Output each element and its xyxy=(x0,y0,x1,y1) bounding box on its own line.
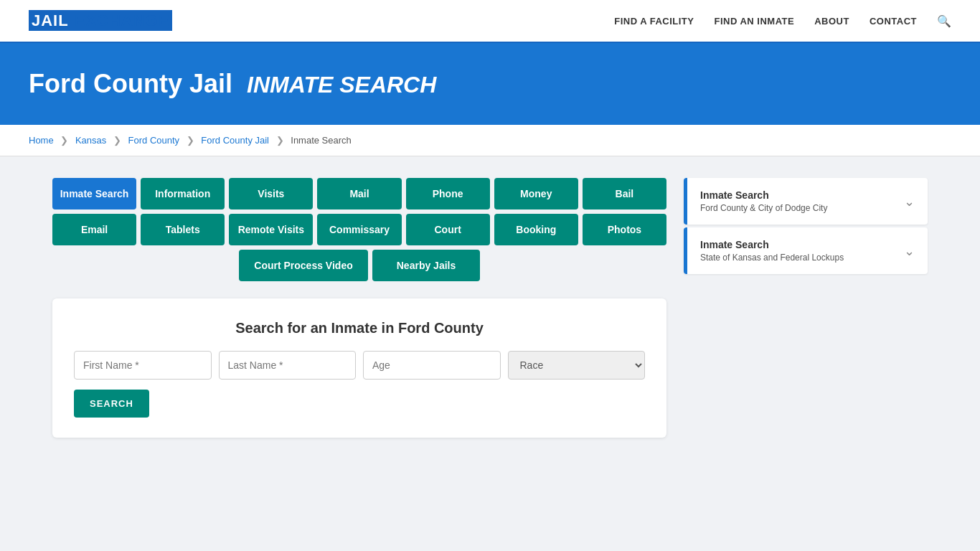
sidebar-card-2: Inmate Search State of Kansas and Federa… xyxy=(684,227,928,274)
search-button[interactable]: SEARCH xyxy=(74,390,149,418)
btn-inmate-search[interactable]: Inmate Search xyxy=(52,178,136,209)
search-form-title: Search for an Inmate in Ford County xyxy=(74,320,645,336)
breadcrumb-current: Inmate Search xyxy=(291,135,352,146)
page-title: Ford County Jail INMATE SEARCH xyxy=(29,69,951,99)
btn-money[interactable]: Money xyxy=(494,178,578,209)
right-column: Inmate Search Ford County & City of Dodg… xyxy=(684,178,928,438)
sidebar-card-1: Inmate Search Ford County & City of Dodg… xyxy=(684,178,928,225)
search-icon[interactable]: 🔍 xyxy=(937,14,951,28)
btn-booking[interactable]: Booking xyxy=(494,214,578,245)
site-logo[interactable]: JAILEXCHANGE xyxy=(29,11,172,30)
inmate-search-form: Search for an Inmate in Ford County Race… xyxy=(52,298,666,438)
sidebar-card-1-text: Inmate Search Ford County & City of Dodg… xyxy=(700,189,827,213)
btn-court-process-video[interactable]: Court Process Video xyxy=(239,250,368,281)
sidebar-card-2-subtitle: State of Kansas and Federal Lockups xyxy=(700,253,844,263)
breadcrumb-ford-county[interactable]: Ford County xyxy=(128,135,180,146)
main-content: Inmate Search Information Visits Mail Ph… xyxy=(24,156,956,459)
btn-phone[interactable]: Phone xyxy=(406,178,490,209)
page-title-italic: INMATE SEARCH xyxy=(247,72,436,98)
sep-2: ❯ xyxy=(113,135,121,146)
btn-information[interactable]: Information xyxy=(141,178,225,209)
nav-find-inmate[interactable]: FIND AN INMATE xyxy=(714,16,794,27)
site-header: JAILEXCHANGE FIND A FACILITY FIND AN INM… xyxy=(0,0,980,43)
sidebar-card-2-title: Inmate Search xyxy=(700,239,844,250)
btn-tablets[interactable]: Tablets xyxy=(141,214,225,245)
chevron-down-icon-1: ⌄ xyxy=(904,194,915,209)
logo-jail: JAIL xyxy=(29,10,72,31)
btn-email[interactable]: Email xyxy=(52,214,136,245)
breadcrumb: Home ❯ Kansas ❯ Ford County ❯ Ford Count… xyxy=(0,125,980,156)
btn-commissary[interactable]: Commissary xyxy=(317,214,401,245)
btn-remote-visits[interactable]: Remote Visits xyxy=(229,214,313,245)
chevron-down-icon-2: ⌄ xyxy=(904,243,915,259)
left-column: Inmate Search Information Visits Mail Ph… xyxy=(52,178,666,438)
sidebar-card-1-title: Inmate Search xyxy=(700,189,827,201)
sidebar-card-2-header[interactable]: Inmate Search State of Kansas and Federa… xyxy=(684,227,928,274)
nav-find-facility[interactable]: FIND A FACILITY xyxy=(614,16,694,27)
main-nav: FIND A FACILITY FIND AN INMATE ABOUT CON… xyxy=(614,14,951,28)
sep-4: ❯ xyxy=(276,135,284,146)
breadcrumb-kansas[interactable]: Kansas xyxy=(75,135,106,146)
sep-3: ❯ xyxy=(187,135,194,146)
btn-bail[interactable]: Bail xyxy=(583,178,666,209)
hero-banner: Ford County Jail INMATE SEARCH xyxy=(0,43,980,125)
btn-visits[interactable]: Visits xyxy=(229,178,313,209)
nav-row-1: Inmate Search Information Visits Mail Ph… xyxy=(52,178,666,209)
last-name-input[interactable] xyxy=(219,351,357,380)
btn-court[interactable]: Court xyxy=(406,214,490,245)
nav-row-2: Email Tablets Remote Visits Commissary C… xyxy=(52,214,666,245)
first-name-input[interactable] xyxy=(74,351,212,380)
btn-mail[interactable]: Mail xyxy=(317,178,401,209)
btn-photos[interactable]: Photos xyxy=(583,214,666,245)
sep-1: ❯ xyxy=(60,135,68,146)
nav-buttons: Inmate Search Information Visits Mail Ph… xyxy=(52,178,666,281)
sidebar-card-2-text: Inmate Search State of Kansas and Federa… xyxy=(700,239,844,263)
search-fields: Race White Black Hispanic Asian Other xyxy=(74,351,645,380)
page-title-main: Ford County Jail xyxy=(29,69,232,98)
age-input[interactable] xyxy=(363,351,501,380)
breadcrumb-ford-county-jail[interactable]: Ford County Jail xyxy=(201,135,269,146)
race-select[interactable]: Race White Black Hispanic Asian Other xyxy=(508,351,646,380)
nav-contact[interactable]: CONTACT xyxy=(870,16,917,27)
breadcrumb-home[interactable]: Home xyxy=(29,135,54,146)
logo-exchange: EXCHANGE xyxy=(72,10,173,31)
nav-row-3: Court Process Video Nearby Jails xyxy=(52,250,666,281)
btn-nearby-jails[interactable]: Nearby Jails xyxy=(372,250,480,281)
sidebar-card-1-header[interactable]: Inmate Search Ford County & City of Dodg… xyxy=(684,178,928,225)
sidebar-card-1-subtitle: Ford County & City of Dodge City xyxy=(700,203,827,213)
nav-about[interactable]: ABOUT xyxy=(814,16,849,27)
